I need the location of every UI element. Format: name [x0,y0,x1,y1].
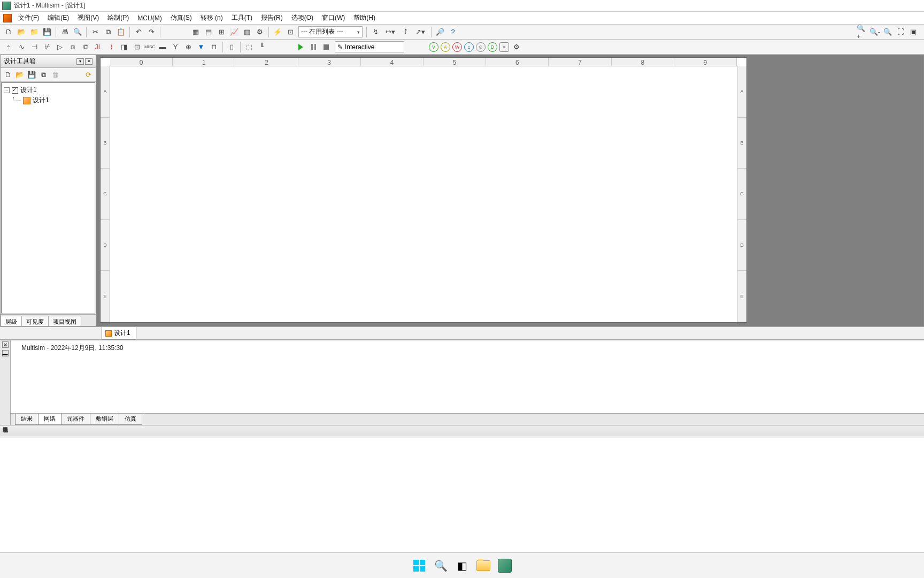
tab-nets[interactable]: 网络 [38,414,61,425]
print-button[interactable]: 🖶 [59,26,71,38]
paste-button[interactable]: 📋 [115,26,127,38]
zoom-fit-button[interactable]: ⛶ [895,26,906,38]
toggle-design-toolbox-button[interactable]: ▦ [190,26,202,38]
tab-copper[interactable]: 敷铜层 [90,414,119,425]
menu-transfer[interactable]: 转移 (n) [196,12,227,24]
place-power-button[interactable]: ⊡ [131,41,143,53]
tab-components[interactable]: 元器件 [61,414,90,425]
print-preview-button[interactable]: 🔍 [72,26,83,38]
place-misc-button[interactable]: MISC [144,41,156,53]
toolbox-save-button[interactable]: 💾 [26,70,37,80]
menu-place[interactable]: 绘制(P) [103,12,133,24]
log-output[interactable]: Multisim - 2022年12月9日, 11:35:30 [11,340,924,413]
in-use-list-combo[interactable]: --- 在用列表 --- [298,26,363,37]
analysis-combo[interactable]: ✎ Interactive [335,41,404,52]
zoom-out-button[interactable]: 🔍- [869,26,881,38]
toolbox-close-button[interactable]: ✕ [85,58,93,65]
electrical-rules-button[interactable]: ⚡ [272,26,283,38]
tab-project-view[interactable]: 项目视图 [48,316,81,326]
zoom-in-button[interactable]: 🔍+ [856,26,868,38]
grid-canvas[interactable] [110,66,737,322]
cut-button[interactable]: ✂ [89,26,101,38]
menu-reports[interactable]: 报告(R) [257,12,287,24]
place-electromech-button[interactable]: ⊕ [182,41,194,53]
probe-voltage-icon[interactable]: V [429,42,438,52]
document-tab[interactable]: 设计1 [102,327,136,340]
probe-power-icon[interactable]: W [452,42,462,52]
place-basic-button[interactable]: ∿ [16,41,27,53]
probe-diff-icon[interactable]: ± [464,42,474,52]
expand-icon[interactable]: − [4,87,10,93]
place-connector-button[interactable]: ⊓ [208,41,220,53]
menu-help[interactable]: 帮助(H) [349,12,380,24]
back-annotate-button[interactable]: ↯ [369,26,381,38]
goto-parent-button[interactable]: ⤴ [399,26,411,38]
stop-button[interactable] [321,42,332,52]
toolbox-refresh-button[interactable]: ⟳ [83,70,94,80]
menu-tools[interactable]: 工具(T) [227,12,257,24]
probe-ref-icon[interactable]: ⊙ [476,42,486,52]
search-button[interactable]: 🔍 [433,558,449,574]
postprocessor-button[interactable]: ▥ [241,26,253,38]
spreadsheet-close-button[interactable]: ✕ [2,341,9,348]
help-button[interactable]: ? [447,26,459,38]
start-button[interactable] [411,558,427,574]
zoom-area-button[interactable]: 🔍 [882,26,894,38]
place-analog-button[interactable]: ▷ [54,41,66,53]
place-transistor-button[interactable]: ⊬ [41,41,53,53]
pause-button[interactable] [308,42,319,52]
tab-results[interactable]: 结果 [15,414,38,425]
redo-button[interactable]: ↷ [145,26,157,38]
tree-child-row[interactable]: 设计1 [4,95,93,105]
menu-edit[interactable]: 编辑(E) [43,12,73,24]
place-cmos-button[interactable]: ⧉ [80,41,91,53]
place-ttl-button[interactable]: ⧈ [67,41,79,53]
file-explorer-button[interactable] [475,558,491,574]
breadboard-button[interactable]: ⊡ [284,26,296,38]
database-manager-button[interactable]: ⊞ [215,26,227,38]
run-button[interactable] [295,42,306,52]
tree-root-row[interactable]: − 设计1 [4,85,93,95]
bus-button[interactable]: ┖ [256,41,268,53]
probe-digital-icon[interactable]: D [488,42,497,52]
toolbox-pin-button[interactable]: ▾ [76,58,84,65]
place-ni-button[interactable]: ▼ [195,41,207,53]
menu-view[interactable]: 视图(V) [73,12,103,24]
menu-window[interactable]: 窗口(W) [318,12,349,24]
ultiboard-button[interactable]: ↗▾ [412,26,428,38]
toggle-spreadsheet-button[interactable]: ▤ [203,26,214,38]
tab-visibility[interactable]: 可见度 [21,316,49,326]
hierarchical-block-button[interactable]: ⬚ [243,41,255,53]
place-source-button[interactable]: ÷ [3,41,14,53]
component-wizard-button[interactable]: ⚙ [254,26,266,38]
new-button[interactable]: 🗋 [3,26,14,38]
place-advanced-button[interactable]: ▬ [157,41,168,53]
find-button[interactable]: 🔎 [434,26,446,38]
place-indicator-button[interactable]: ◨ [118,41,130,53]
place-misc-digital-button[interactable]: JL [93,41,104,53]
task-view-button[interactable]: ◧ [454,558,470,574]
fullscreen-button[interactable]: ▣ [907,26,919,38]
project-tree[interactable]: − 设计1 设计1 [1,82,95,314]
tab-simulation[interactable]: 仿真 [119,414,142,425]
grapher-button[interactable]: 📈 [228,26,240,38]
tab-hierarchy[interactable]: 层级 [1,316,22,326]
forward-annotate-button[interactable]: ↦▾ [382,26,398,38]
probe-current-icon[interactable]: A [441,42,450,52]
undo-button[interactable]: ↶ [133,26,144,38]
open-button[interactable]: 📂 [16,26,27,38]
place-mixed-button[interactable]: ⌇ [105,41,117,53]
menu-simulate[interactable]: 仿真(S) [166,12,196,24]
open-samples-button[interactable]: 📁 [28,26,40,38]
place-mcu-button[interactable]: ▯ [226,41,237,53]
toolbox-open-button[interactable]: 📂 [14,70,25,80]
place-rf-button[interactable]: Y [170,41,181,53]
save-button[interactable]: 💾 [41,26,53,38]
menu-file[interactable]: 文件(F) [14,12,43,24]
probe-settings-button[interactable]: ⚙ [511,41,522,53]
checkbox-icon[interactable] [12,87,18,94]
toolbox-saveall-button[interactable]: ⧉ [38,70,49,80]
multisim-taskbar-button[interactable] [497,558,513,574]
probe-delete-icon[interactable]: ✕ [499,42,509,52]
spreadsheet-pin-button[interactable]: ▬ [2,350,9,356]
